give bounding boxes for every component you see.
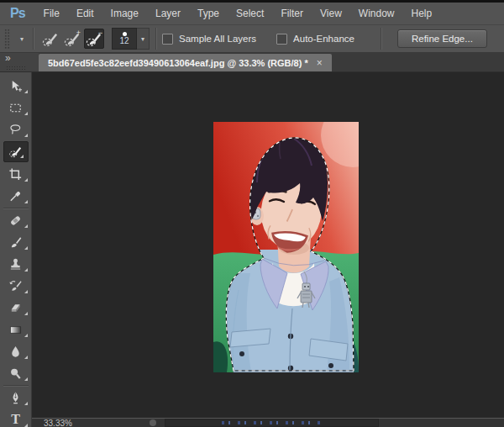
status-knob-icon (150, 419, 156, 426)
quick-selection-tool[interactable] (3, 141, 29, 162)
separator (155, 28, 156, 50)
brush-size-dropdown-button[interactable]: ▾ (137, 28, 150, 50)
toolbox-grip[interactable] (6, 66, 26, 70)
dodge-lollipop-icon (8, 366, 23, 381)
photoshop-window: Ps File Edit Image Layer Type Select Fil… (0, 0, 504, 427)
blur-tool[interactable] (0, 340, 32, 362)
canvas-column: 33.33% (32, 72, 504, 427)
menu-help[interactable]: Help (412, 8, 433, 19)
separator (381, 28, 381, 50)
toolbox-separator (3, 385, 29, 386)
auto-enhance-option[interactable]: Auto-Enhance (276, 34, 354, 45)
options-bar-grip[interactable] (4, 29, 10, 49)
document-tab[interactable]: 5bd67ed5fe3c82eefd39490613064eaf.jpg @ 3… (39, 54, 332, 71)
new-selection-mode-button[interactable] (40, 29, 60, 49)
history-brush-tool[interactable] (0, 275, 32, 297)
status-info-box[interactable] (165, 419, 379, 427)
flyout-triangle-icon (24, 377, 28, 381)
refine-edge-button[interactable]: Refine Edge... (397, 29, 487, 48)
menu-type[interactable]: Type (197, 8, 219, 19)
document-image[interactable] (213, 122, 359, 372)
collapse-panels-icon[interactable]: » (5, 52, 11, 64)
eraser-tool[interactable] (0, 297, 32, 319)
brush-size-value: 12 (119, 37, 129, 45)
menu-edit[interactable]: Edit (76, 8, 94, 19)
menu-layer[interactable]: Layer (155, 8, 181, 19)
preset-dropdown-arrow-icon: ▾ (20, 35, 24, 43)
flyout-triangle-icon (24, 200, 28, 203)
separator (33, 28, 34, 50)
brush-size-preview: 12 (112, 28, 137, 50)
eyedropper-icon (8, 189, 23, 203)
crop-tool[interactable] (0, 163, 32, 185)
pen-tool[interactable] (0, 387, 32, 409)
spot-healing-brush-tool[interactable] (0, 209, 32, 231)
menu-window[interactable]: Window (359, 8, 395, 19)
history-brush-icon (8, 279, 23, 293)
crop-icon (8, 167, 23, 182)
auto-enhance-checkbox[interactable] (276, 34, 287, 45)
plus-glyph: + (76, 29, 81, 37)
tab-bar-empty-space (332, 53, 504, 71)
menu-file[interactable]: File (44, 8, 60, 19)
menu-image[interactable]: Image (111, 8, 139, 19)
workspace: T (0, 72, 504, 427)
gradient-tool[interactable] (0, 319, 32, 340)
flyout-triangle-icon (24, 246, 28, 250)
flyout-triangle-icon (24, 356, 28, 359)
eyedropper-tool[interactable] (0, 185, 32, 207)
flyout-triangle-icon (24, 224, 28, 228)
subtract-from-selection-mode-button[interactable]: − (84, 29, 104, 49)
water-drop-icon (8, 345, 23, 359)
tab-bar-left-panel: » (0, 53, 39, 71)
ps-logo: Ps (10, 6, 25, 21)
chevron-down-icon: ▾ (141, 35, 144, 43)
flyout-triangle-icon (24, 112, 28, 115)
menu-filter[interactable]: Filter (281, 8, 303, 19)
sample-all-layers-checkbox[interactable] (162, 34, 173, 45)
move-icon (8, 79, 23, 93)
brush-tool[interactable] (0, 231, 32, 253)
healing-bandage-icon (8, 214, 23, 228)
menu-items: File Edit Image Layer Type Select Filter… (44, 8, 433, 19)
flyout-triangle-icon (24, 290, 28, 293)
document-tab-title: 5bd67ed5fe3c82eefd39490613064eaf.jpg @ 3… (48, 58, 308, 68)
toolbox: T (0, 72, 32, 427)
flyout-triangle-icon (24, 424, 28, 427)
lasso-icon (8, 123, 23, 137)
rectangular-marquee-tool[interactable] (0, 97, 32, 119)
flyout-triangle-icon (24, 134, 28, 137)
menu-select[interactable]: Select (236, 8, 264, 19)
horizontal-type-tool[interactable]: T (0, 409, 32, 427)
status-bar: 33.33% (32, 418, 504, 427)
new-selection-icon (41, 29, 60, 48)
flyout-triangle-icon (24, 312, 28, 315)
pen-nib-icon (8, 391, 23, 405)
close-tab-icon[interactable]: × (317, 58, 323, 68)
clone-stamp-tool[interactable] (0, 253, 32, 275)
sample-all-layers-option[interactable]: Sample All Layers (162, 34, 256, 45)
auto-enhance-label: Auto-Enhance (293, 34, 354, 44)
brush-icon (8, 235, 23, 250)
gradient-icon (8, 323, 23, 337)
flyout-triangle-icon (24, 402, 28, 405)
status-info-text-clipped (214, 421, 323, 424)
move-tool[interactable] (0, 75, 32, 97)
zoom-level-field[interactable]: 33.33% (44, 419, 72, 427)
photo-illustration (213, 122, 359, 372)
minus-glyph: − (98, 29, 102, 37)
lasso-tool[interactable] (0, 119, 32, 140)
sample-all-layers-label: Sample All Layers (179, 34, 256, 44)
flyout-triangle-icon (24, 90, 28, 93)
menu-bar: Ps File Edit Image Layer Type Select Fil… (0, 3, 504, 25)
marquee-icon (8, 101, 23, 115)
options-bar: ▾ + − (0, 25, 504, 53)
flyout-triangle-icon (24, 268, 28, 271)
canvas-area[interactable] (32, 72, 504, 418)
eraser-icon (8, 301, 23, 315)
menu-view[interactable]: View (320, 8, 342, 19)
dodge-tool[interactable] (0, 362, 32, 384)
brush-size-picker[interactable]: 12 ▾ (112, 28, 150, 50)
tool-preset-picker[interactable]: ▾ (13, 34, 27, 45)
add-to-selection-mode-button[interactable]: + (62, 29, 82, 49)
